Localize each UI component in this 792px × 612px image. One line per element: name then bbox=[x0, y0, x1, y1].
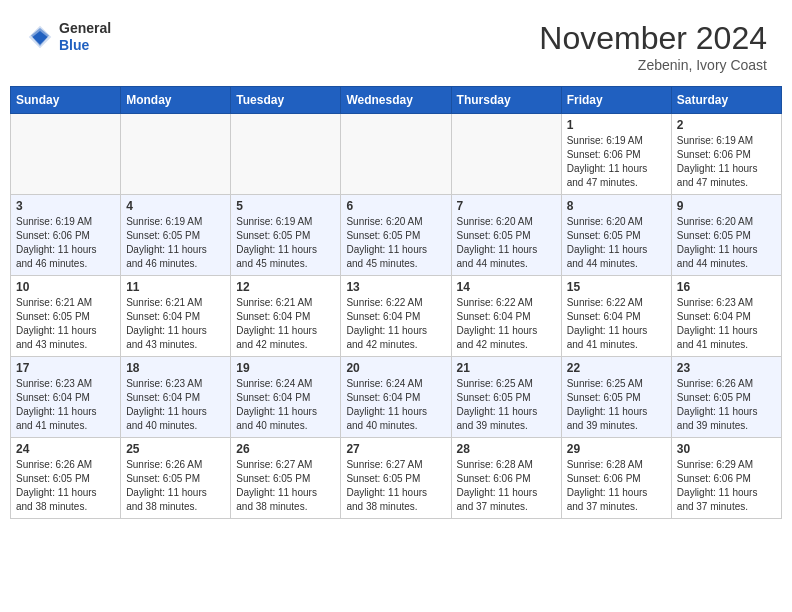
day-number: 24 bbox=[16, 442, 115, 456]
day-info: Sunrise: 6:28 AMSunset: 6:06 PMDaylight:… bbox=[567, 458, 666, 514]
day-info: Sunrise: 6:28 AMSunset: 6:06 PMDaylight:… bbox=[457, 458, 556, 514]
day-info: Sunrise: 6:20 AMSunset: 6:05 PMDaylight:… bbox=[677, 215, 776, 271]
day-info: Sunrise: 6:22 AMSunset: 6:04 PMDaylight:… bbox=[346, 296, 445, 352]
weekday-header-thursday: Thursday bbox=[451, 87, 561, 114]
calendar-day-17: 17Sunrise: 6:23 AMSunset: 6:04 PMDayligh… bbox=[11, 357, 121, 438]
calendar-day-22: 22Sunrise: 6:25 AMSunset: 6:05 PMDayligh… bbox=[561, 357, 671, 438]
calendar-day-25: 25Sunrise: 6:26 AMSunset: 6:05 PMDayligh… bbox=[121, 438, 231, 519]
day-number: 12 bbox=[236, 280, 335, 294]
calendar-day-9: 9Sunrise: 6:20 AMSunset: 6:05 PMDaylight… bbox=[671, 195, 781, 276]
weekday-header-row: SundayMondayTuesdayWednesdayThursdayFrid… bbox=[11, 87, 782, 114]
weekday-header-sunday: Sunday bbox=[11, 87, 121, 114]
calendar-day-10: 10Sunrise: 6:21 AMSunset: 6:05 PMDayligh… bbox=[11, 276, 121, 357]
day-info: Sunrise: 6:22 AMSunset: 6:04 PMDaylight:… bbox=[457, 296, 556, 352]
day-number: 14 bbox=[457, 280, 556, 294]
day-number: 19 bbox=[236, 361, 335, 375]
day-number: 26 bbox=[236, 442, 335, 456]
day-info: Sunrise: 6:19 AMSunset: 6:06 PMDaylight:… bbox=[16, 215, 115, 271]
day-number: 9 bbox=[677, 199, 776, 213]
day-info: Sunrise: 6:19 AMSunset: 6:06 PMDaylight:… bbox=[677, 134, 776, 190]
calendar-day-14: 14Sunrise: 6:22 AMSunset: 6:04 PMDayligh… bbox=[451, 276, 561, 357]
calendar-day-empty-2 bbox=[231, 114, 341, 195]
day-info: Sunrise: 6:25 AMSunset: 6:05 PMDaylight:… bbox=[567, 377, 666, 433]
weekday-header-friday: Friday bbox=[561, 87, 671, 114]
calendar-week-4: 17Sunrise: 6:23 AMSunset: 6:04 PMDayligh… bbox=[11, 357, 782, 438]
month-title: November 2024 bbox=[539, 20, 767, 57]
calendar-day-empty-3 bbox=[341, 114, 451, 195]
calendar-table: SundayMondayTuesdayWednesdayThursdayFrid… bbox=[10, 86, 782, 519]
day-info: Sunrise: 6:26 AMSunset: 6:05 PMDaylight:… bbox=[16, 458, 115, 514]
location-subtitle: Zebenin, Ivory Coast bbox=[539, 57, 767, 73]
day-number: 5 bbox=[236, 199, 335, 213]
calendar-day-empty-1 bbox=[121, 114, 231, 195]
day-info: Sunrise: 6:21 AMSunset: 6:04 PMDaylight:… bbox=[126, 296, 225, 352]
calendar-day-4: 4Sunrise: 6:19 AMSunset: 6:05 PMDaylight… bbox=[121, 195, 231, 276]
day-number: 29 bbox=[567, 442, 666, 456]
calendar-day-16: 16Sunrise: 6:23 AMSunset: 6:04 PMDayligh… bbox=[671, 276, 781, 357]
calendar-day-7: 7Sunrise: 6:20 AMSunset: 6:05 PMDaylight… bbox=[451, 195, 561, 276]
calendar-day-empty-4 bbox=[451, 114, 561, 195]
calendar-day-28: 28Sunrise: 6:28 AMSunset: 6:06 PMDayligh… bbox=[451, 438, 561, 519]
day-number: 18 bbox=[126, 361, 225, 375]
day-info: Sunrise: 6:20 AMSunset: 6:05 PMDaylight:… bbox=[346, 215, 445, 271]
day-info: Sunrise: 6:23 AMSunset: 6:04 PMDaylight:… bbox=[126, 377, 225, 433]
calendar-day-6: 6Sunrise: 6:20 AMSunset: 6:05 PMDaylight… bbox=[341, 195, 451, 276]
day-info: Sunrise: 6:19 AMSunset: 6:05 PMDaylight:… bbox=[126, 215, 225, 271]
calendar-week-1: 1Sunrise: 6:19 AMSunset: 6:06 PMDaylight… bbox=[11, 114, 782, 195]
day-number: 15 bbox=[567, 280, 666, 294]
day-number: 23 bbox=[677, 361, 776, 375]
day-info: Sunrise: 6:20 AMSunset: 6:05 PMDaylight:… bbox=[457, 215, 556, 271]
calendar-week-3: 10Sunrise: 6:21 AMSunset: 6:05 PMDayligh… bbox=[11, 276, 782, 357]
calendar-day-18: 18Sunrise: 6:23 AMSunset: 6:04 PMDayligh… bbox=[121, 357, 231, 438]
day-number: 13 bbox=[346, 280, 445, 294]
calendar-day-11: 11Sunrise: 6:21 AMSunset: 6:04 PMDayligh… bbox=[121, 276, 231, 357]
day-number: 27 bbox=[346, 442, 445, 456]
day-number: 10 bbox=[16, 280, 115, 294]
logo: General Blue bbox=[25, 20, 111, 54]
day-number: 8 bbox=[567, 199, 666, 213]
day-number: 20 bbox=[346, 361, 445, 375]
page-header: General Blue November 2024 Zebenin, Ivor… bbox=[10, 10, 782, 78]
calendar-week-5: 24Sunrise: 6:26 AMSunset: 6:05 PMDayligh… bbox=[11, 438, 782, 519]
day-info: Sunrise: 6:23 AMSunset: 6:04 PMDaylight:… bbox=[16, 377, 115, 433]
day-info: Sunrise: 6:21 AMSunset: 6:04 PMDaylight:… bbox=[236, 296, 335, 352]
calendar-day-5: 5Sunrise: 6:19 AMSunset: 6:05 PMDaylight… bbox=[231, 195, 341, 276]
day-number: 16 bbox=[677, 280, 776, 294]
day-info: Sunrise: 6:26 AMSunset: 6:05 PMDaylight:… bbox=[126, 458, 225, 514]
day-number: 25 bbox=[126, 442, 225, 456]
weekday-header-monday: Monday bbox=[121, 87, 231, 114]
logo-text: General Blue bbox=[59, 20, 111, 54]
day-number: 6 bbox=[346, 199, 445, 213]
day-info: Sunrise: 6:22 AMSunset: 6:04 PMDaylight:… bbox=[567, 296, 666, 352]
day-info: Sunrise: 6:27 AMSunset: 6:05 PMDaylight:… bbox=[236, 458, 335, 514]
weekday-header-saturday: Saturday bbox=[671, 87, 781, 114]
logo-blue: Blue bbox=[59, 37, 111, 54]
title-area: November 2024 Zebenin, Ivory Coast bbox=[539, 20, 767, 73]
day-number: 3 bbox=[16, 199, 115, 213]
logo-general: General bbox=[59, 20, 111, 37]
day-number: 7 bbox=[457, 199, 556, 213]
day-number: 30 bbox=[677, 442, 776, 456]
day-info: Sunrise: 6:24 AMSunset: 6:04 PMDaylight:… bbox=[236, 377, 335, 433]
day-info: Sunrise: 6:21 AMSunset: 6:05 PMDaylight:… bbox=[16, 296, 115, 352]
weekday-header-tuesday: Tuesday bbox=[231, 87, 341, 114]
day-number: 2 bbox=[677, 118, 776, 132]
day-info: Sunrise: 6:19 AMSunset: 6:06 PMDaylight:… bbox=[567, 134, 666, 190]
calendar-day-26: 26Sunrise: 6:27 AMSunset: 6:05 PMDayligh… bbox=[231, 438, 341, 519]
day-info: Sunrise: 6:24 AMSunset: 6:04 PMDaylight:… bbox=[346, 377, 445, 433]
calendar-day-13: 13Sunrise: 6:22 AMSunset: 6:04 PMDayligh… bbox=[341, 276, 451, 357]
calendar-day-2: 2Sunrise: 6:19 AMSunset: 6:06 PMDaylight… bbox=[671, 114, 781, 195]
calendar-day-27: 27Sunrise: 6:27 AMSunset: 6:05 PMDayligh… bbox=[341, 438, 451, 519]
day-number: 4 bbox=[126, 199, 225, 213]
day-info: Sunrise: 6:20 AMSunset: 6:05 PMDaylight:… bbox=[567, 215, 666, 271]
day-number: 17 bbox=[16, 361, 115, 375]
calendar-day-15: 15Sunrise: 6:22 AMSunset: 6:04 PMDayligh… bbox=[561, 276, 671, 357]
calendar-day-19: 19Sunrise: 6:24 AMSunset: 6:04 PMDayligh… bbox=[231, 357, 341, 438]
day-number: 21 bbox=[457, 361, 556, 375]
day-number: 11 bbox=[126, 280, 225, 294]
day-info: Sunrise: 6:25 AMSunset: 6:05 PMDaylight:… bbox=[457, 377, 556, 433]
day-info: Sunrise: 6:19 AMSunset: 6:05 PMDaylight:… bbox=[236, 215, 335, 271]
logo-icon bbox=[25, 22, 55, 52]
calendar-day-30: 30Sunrise: 6:29 AMSunset: 6:06 PMDayligh… bbox=[671, 438, 781, 519]
day-info: Sunrise: 6:29 AMSunset: 6:06 PMDaylight:… bbox=[677, 458, 776, 514]
